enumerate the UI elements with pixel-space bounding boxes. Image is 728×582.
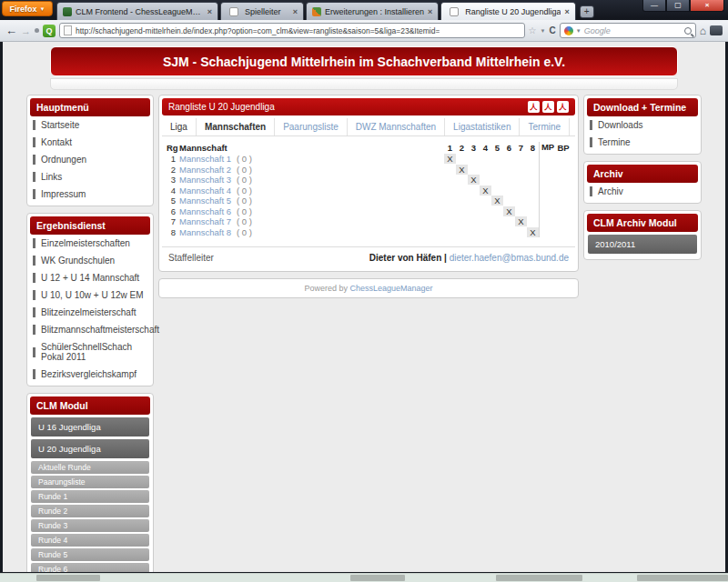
sidebar-item[interactable]: Blitzeinzelmeisterschaft: [30, 304, 150, 321]
extension-toolbar-icon[interactable]: Q: [43, 25, 56, 37]
back-icon[interactable]: ←: [5, 24, 17, 37]
browser-tab[interactable]: CLM Frontend - ChessLeagueManager×: [56, 2, 218, 20]
tab-mannschaften[interactable]: Mannschaften: [197, 118, 275, 135]
sidebar-item[interactable]: Archiv: [587, 183, 698, 200]
tab-close-icon[interactable]: ×: [293, 7, 298, 16]
team-link[interactable]: Mannschaft 7: [179, 216, 231, 226]
menu-box: ErgebnisdienstEinzelmeisterschaftenWK Gr…: [26, 213, 154, 386]
tab-close-icon[interactable]: ×: [207, 7, 212, 16]
team-link[interactable]: Mannschaft 8: [179, 227, 231, 237]
bookmarks-panel-icon[interactable]: [710, 25, 723, 35]
sidebar-item[interactable]: U 10, U 10w + U 12w EM: [30, 286, 150, 304]
sidebar-item[interactable]: Blitzmannschaftmeisterschaft: [30, 321, 150, 338]
search-icon[interactable]: [684, 27, 692, 35]
browser-tab[interactable]: Erweiterungen : Installieren×: [306, 2, 439, 20]
browser-tab[interactable]: Spielleiter×: [220, 2, 304, 20]
tab-liga[interactable]: Liga: [162, 118, 197, 135]
clm-box: CLM ModulU 16 JugendligaU 20 JugendligaA…: [26, 393, 154, 572]
sidebar-item[interactable]: Links: [30, 168, 150, 186]
clm-button[interactable]: Runde 1: [31, 490, 149, 503]
tab-ligastatistiken[interactable]: Ligastatistiken: [445, 118, 520, 135]
search-engine-dropdown-icon[interactable]: ▼: [576, 28, 581, 34]
browser-tab[interactable]: Rangliste U 20 Jugendliga×: [440, 2, 575, 20]
firefox-menu-label: Firefox: [10, 5, 37, 14]
maximize-button[interactable]: ▢: [666, 0, 690, 12]
round-cell: X: [503, 206, 515, 216]
clm-button[interactable]: Runde 5: [31, 548, 149, 561]
bookmark-dropdown-icon[interactable]: ▼: [541, 28, 546, 34]
clm-button[interactable]: Runde 4: [31, 534, 149, 547]
menu-box: HauptmenüStartseiteKontaktOrdnungenLinks…: [26, 95, 154, 206]
pdf-export-icon[interactable]: 人: [557, 101, 569, 113]
sidebar-item[interactable]: Startseite: [30, 116, 150, 134]
sidebar-item[interactable]: U 12 + U 14 Mannschaft: [30, 269, 150, 286]
mp-cell: [539, 154, 556, 165]
menu-box: Download + TermineDownloadsTermine: [583, 95, 702, 155]
team-link[interactable]: Mannschaft 2: [179, 165, 231, 175]
clm-button[interactable]: Paarungsliste: [31, 476, 149, 488]
menu-header: Archiv: [587, 165, 698, 183]
clm-button[interactable]: Runde 2: [31, 505, 149, 517]
staffelleiter-email-link[interactable]: dieter.haefen@bmas.bund.de: [450, 253, 569, 263]
round-cell: X: [515, 216, 527, 226]
close-button[interactable]: ×: [690, 0, 724, 12]
forward-icon[interactable]: →: [21, 25, 31, 36]
clm-button[interactable]: U 20 Jugendliga: [31, 439, 149, 458]
menu-header: CLM Modul: [30, 396, 150, 415]
bookmark-star-icon[interactable]: ☆: [529, 25, 537, 35]
team-link[interactable]: Mannschaft 5: [179, 196, 231, 206]
sidebar-item-label: Impressum: [41, 189, 86, 199]
sidebar-item[interactable]: SchülerSchnellSchach Pokal 2011: [30, 338, 150, 366]
sidebar-item[interactable]: Kontakt: [30, 134, 150, 151]
clm-button[interactable]: Aktuelle Runde: [31, 461, 149, 474]
team-link[interactable]: Mannschaft 1: [179, 154, 231, 164]
sidebar-item[interactable]: Impressum: [30, 186, 150, 203]
table-row: 5Mannschaft 5( 0 )X: [167, 196, 571, 206]
chessleaguemanager-link[interactable]: ChessLeagueManager: [349, 284, 432, 293]
minimize-button[interactable]: —: [642, 0, 666, 12]
menu-header: Download + Termine: [587, 98, 698, 116]
clm-button[interactable]: U 16 Jugendliga: [31, 417, 149, 436]
pdf-export-icon[interactable]: 人: [542, 101, 554, 113]
site-banner: SJM - Schachjugend Mittelrhein im Schach…: [50, 46, 678, 76]
team-link[interactable]: Mannschaft 4: [179, 186, 231, 196]
item-tick-icon: [33, 189, 35, 199]
sidebar-item[interactable]: Downloads: [587, 116, 698, 134]
sidebar-item[interactable]: WK Grundschulen: [30, 252, 150, 269]
round-cell: X: [491, 196, 503, 206]
team-link[interactable]: Mannschaft 6: [179, 206, 231, 216]
sidebar-item[interactable]: Einzelmeisterschaften: [30, 235, 150, 252]
pdf-export-icon[interactable]: 人: [528, 101, 540, 113]
tab-title: Rangliste U 20 Jugendliga: [465, 7, 561, 16]
powered-by-label: Powered by: [304, 284, 348, 293]
clm-button[interactable]: Runde 6: [31, 563, 149, 572]
ranking-box: Rangliste U 20 Jugendliga 人 人 人 LigaMann…: [158, 95, 579, 272]
tab-termine[interactable]: Termine: [520, 118, 570, 135]
sidebar-item[interactable]: Bezirksvergleichskampf: [30, 366, 150, 383]
url-bar[interactable]: http://schachjugend-mittelrhein.de/index…: [59, 23, 525, 38]
team-link[interactable]: Mannschaft 3: [179, 175, 231, 185]
item-tick-icon: [33, 369, 35, 379]
sidebar-item[interactable]: Ordnungen: [30, 151, 150, 168]
tab-dwz-mannschaften[interactable]: DWZ Mannschaften: [348, 118, 445, 135]
sidebar-item-label: U 10, U 10w + U 12w EM: [41, 290, 144, 300]
round-cell: X: [456, 165, 468, 175]
new-tab-button[interactable]: +: [580, 5, 594, 18]
tab-close-icon[interactable]: ×: [428, 7, 432, 16]
firefox-menu-button[interactable]: Firefox ▼: [2, 1, 53, 16]
reload-icon[interactable]: C: [550, 25, 556, 35]
clm-button[interactable]: Runde 3: [31, 519, 149, 532]
sidebar-item[interactable]: Termine: [587, 134, 698, 151]
table-row: 1Mannschaft 1( 0 )X: [167, 154, 571, 165]
team-score: ( 0 ): [237, 175, 252, 185]
tab-close-icon[interactable]: ×: [564, 7, 569, 16]
search-bar[interactable]: ▼ Google: [560, 23, 696, 38]
home-icon[interactable]: ⌂: [700, 25, 706, 37]
url-text: http://schachjugend-mittelrhein.de/index…: [76, 26, 440, 35]
clm-button[interactable]: 2010/2011: [588, 235, 697, 254]
tab-paarungsliste[interactable]: Paarungsliste: [275, 118, 348, 135]
mp-cell: [539, 196, 556, 206]
tab-strip: Firefox ▼ CLM Frontend - ChessLeagueMana…: [0, 0, 728, 20]
record-dot-icon[interactable]: [35, 28, 39, 33]
col-header-round: 7: [515, 143, 527, 153]
